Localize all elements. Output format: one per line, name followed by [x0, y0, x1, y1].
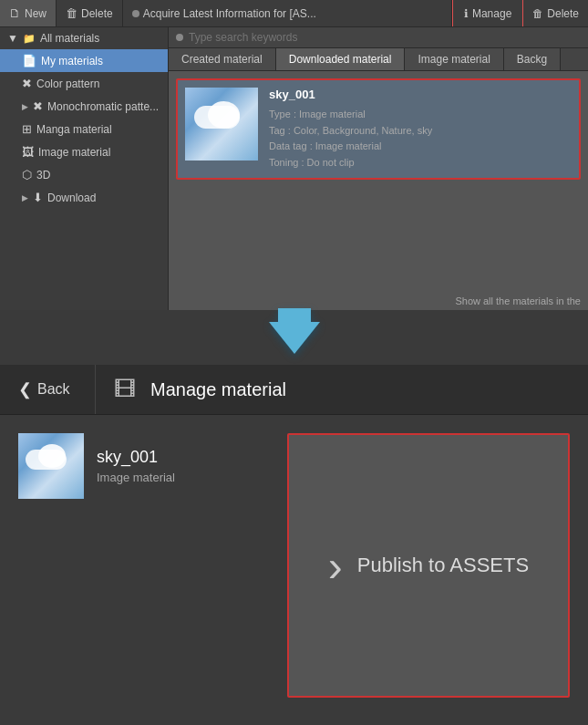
tabs-bar: Created material Downloaded material Ima…: [169, 48, 588, 71]
tab-created-material[interactable]: Created material: [169, 48, 276, 70]
sidebar-root[interactable]: ▼ 📁 All materials: [0, 27, 168, 49]
acquire-button[interactable]: Acquire Latest Information for [AS...: [123, 0, 452, 26]
back-button[interactable]: ❮ Back: [0, 365, 96, 414]
cube-icon: ⬡: [22, 168, 32, 181]
bottom-content: sky_001 Image material › Publish to ASSE…: [0, 415, 588, 725]
new-label: New: [25, 7, 46, 20]
material-area: sky_001 Type : Image material Tag : Colo…: [169, 71, 588, 292]
bottom-toolbar: ❮ Back 🎞 Manage material: [0, 365, 588, 415]
item-row: sky_001 Image material: [18, 433, 175, 499]
new-button[interactable]: 🗋 New: [0, 0, 57, 26]
image-icon: 🖼: [22, 145, 34, 159]
manage-material-title: Manage material: [150, 379, 286, 400]
film-icon: 🎞: [114, 377, 139, 402]
publish-label: Publish to ASSETS: [357, 552, 529, 580]
manage-material-header: 🎞 Manage material: [96, 377, 588, 402]
material-toning: Toning : Do not clip: [269, 155, 572, 171]
top-panel: 🗋 New 🗑 Delete Acquire Latest Informatio…: [0, 0, 588, 310]
item-type: Image material: [97, 471, 175, 484]
material-info: sky_001 Type : Image material Tag : Colo…: [269, 88, 572, 171]
expand-icon: ▶: [22, 102, 28, 111]
sidebar-item-label-2: Monochromatic patte...: [47, 100, 159, 113]
material-card[interactable]: sky_001 Type : Image material Tag : Colo…: [176, 78, 581, 180]
sidebar: ▼ 📁 All materials 📄 My materials ✖ Color…: [0, 27, 169, 310]
sidebar-item-label-4: Image material: [38, 146, 110, 159]
expand-arrow-icon: ▼: [7, 32, 18, 45]
content-area: ▼ 📁 All materials 📄 My materials ✖ Color…: [0, 27, 588, 310]
delete-button-2[interactable]: 🗑 Delete: [523, 0, 588, 26]
sidebar-item-my-materials[interactable]: 📄 My materials: [0, 49, 168, 72]
acquire-label: Acquire Latest Information for [AS...: [143, 7, 316, 20]
sidebar-item-label-0: My materials: [41, 55, 103, 67]
search-dot: [176, 34, 183, 41]
sidebar-item-3d[interactable]: ⬡ 3D: [0, 163, 168, 186]
main-content: Created material Downloaded material Ima…: [169, 27, 588, 310]
tab-downloaded-material[interactable]: Downloaded material: [276, 48, 406, 70]
sidebar-item-download[interactable]: ▶ ⬇ Download: [0, 186, 168, 209]
folder-icon: 📁: [23, 33, 36, 45]
material-name: sky_001: [269, 88, 572, 101]
mono-icon: ✖: [33, 99, 43, 113]
item-text: sky_001 Image material: [97, 448, 175, 484]
arrow-section: [0, 310, 588, 365]
item-name: sky_001: [97, 448, 175, 467]
manage-button[interactable]: ℹ Manage: [452, 0, 523, 26]
sidebar-root-label: All materials: [40, 32, 99, 45]
folder-icon-2: 📄: [22, 54, 36, 67]
manage-label: Manage: [472, 7, 511, 20]
item-thumbnail: [18, 433, 84, 499]
material-thumbnail: [185, 88, 258, 161]
back-arrow-icon: ❮: [18, 379, 32, 399]
download-icon: ⬇: [33, 191, 43, 204]
sidebar-item-manga[interactable]: ⊞ Manga material: [0, 118, 168, 140]
sidebar-item-label-6: Download: [47, 192, 96, 204]
material-tag: Tag : Color, Background, Nature, sky: [269, 123, 572, 140]
bottom-panel: ❮ Back 🎞 Manage material sky_001 Image m…: [0, 365, 588, 725]
show-all-label: Show all the materials in the: [169, 292, 588, 310]
tab-image-material[interactable]: Image material: [405, 48, 503, 70]
sidebar-item-label-1: Color pattern: [36, 78, 99, 90]
sidebar-item-label-3: Manga material: [36, 123, 112, 136]
top-toolbar: 🗋 New 🗑 Delete Acquire Latest Informatio…: [0, 0, 588, 27]
expand-icon-dl: ▶: [22, 193, 28, 202]
trash-icon: 🗑: [66, 6, 77, 20]
sidebar-item-image[interactable]: 🖼 Image material: [0, 140, 168, 163]
sidebar-item-label-5: 3D: [36, 169, 50, 181]
sidebar-item-color-pattern[interactable]: ✖ Color pattern: [0, 72, 168, 95]
chevron-right-icon: ›: [328, 541, 343, 591]
material-data-tag: Data tag : Image material: [269, 139, 572, 155]
new-icon: 🗋: [9, 6, 21, 20]
search-input[interactable]: [189, 31, 581, 44]
search-bar: [169, 27, 588, 48]
back-label: Back: [37, 381, 70, 398]
down-arrow-icon: [269, 322, 320, 354]
sidebar-item-monochromatic[interactable]: ▶ ✖ Monochromatic patte...: [0, 95, 168, 118]
manga-icon: ⊞: [22, 122, 32, 136]
info-icon: ℹ: [464, 7, 469, 20]
material-type: Type : Image material: [269, 107, 572, 123]
delete-label-2: Delete: [547, 7, 579, 20]
tab-background[interactable]: Backg: [504, 48, 561, 70]
color-icon: ✖: [22, 77, 32, 90]
delete-label: Delete: [81, 7, 113, 20]
item-info: sky_001 Image material: [18, 433, 175, 499]
publish-button[interactable]: › Publish to ASSETS: [287, 433, 570, 698]
acquire-dot: [132, 10, 139, 17]
trash-icon-2: 🗑: [532, 7, 543, 20]
delete-button[interactable]: 🗑 Delete: [57, 0, 123, 26]
